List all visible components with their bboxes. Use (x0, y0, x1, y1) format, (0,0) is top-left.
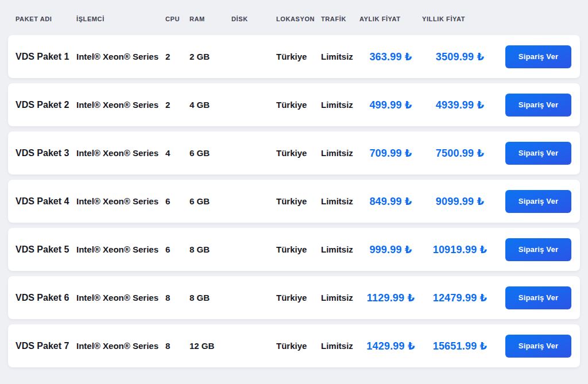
ram-size: 8 GB (189, 245, 231, 254)
package-row: VDS Paket 1 Intel® Xeon® Series 2 2 GB T… (8, 35, 580, 78)
location: Türkiye (276, 341, 321, 351)
ram-size: 2 GB (189, 52, 231, 61)
order-button-cell: Sipariş Ver (498, 142, 580, 165)
package-name: VDS Paket 2 (16, 100, 76, 110)
order-button[interactable]: Sipariş Ver (505, 94, 571, 117)
package-row: VDS Paket 7 Intel® Xeon® Series 8 12 GB … (8, 324, 580, 367)
column-header-trafik: TRAFİK (321, 15, 359, 22)
monthly-price: 1129.99 ₺ (359, 292, 422, 304)
column-header-lokasyon: LOKASYON (276, 15, 321, 22)
yearly-price: 10919.99 ₺ (422, 243, 498, 256)
order-button-cell: Sipariş Ver (498, 190, 580, 213)
order-button[interactable]: Sipariş Ver (505, 190, 571, 213)
column-header-ram: RAM (189, 15, 231, 22)
monthly-price: 499.99 ₺ (359, 99, 422, 111)
cpu-model: Intel® Xeon® Series (76, 196, 165, 206)
package-name: VDS Paket 6 (16, 293, 76, 303)
package-name: VDS Paket 5 (16, 245, 76, 255)
package-row: VDS Paket 4 Intel® Xeon® Series 6 6 GB T… (8, 180, 580, 223)
traffic: Limitsiz (321, 100, 359, 110)
location: Türkiye (276, 293, 321, 302)
order-button-cell: Sipariş Ver (498, 335, 580, 358)
cpu-count: 2 (165, 100, 189, 110)
cpu-model: Intel® Xeon® Series (76, 245, 165, 254)
location: Türkiye (276, 148, 321, 158)
location: Türkiye (276, 100, 321, 110)
package-row: VDS Paket 5 Intel® Xeon® Series 6 8 GB T… (8, 228, 580, 271)
vds-pricing-page: PAKET ADI İŞLEMCİ CPU RAM DİSK LOKASYON … (0, 0, 588, 384)
location: Türkiye (276, 196, 321, 206)
yearly-price: 9099.99 ₺ (422, 195, 498, 208)
column-header-cpu: CPU (165, 15, 189, 22)
traffic: Limitsiz (321, 341, 359, 351)
table-header: PAKET ADI İŞLEMCİ CPU RAM DİSK LOKASYON … (8, 14, 580, 24)
column-header-disk: DİSK (231, 15, 276, 22)
ram-size: 12 GB (189, 341, 231, 351)
cpu-model: Intel® Xeon® Series (76, 100, 165, 110)
order-button[interactable]: Sipariş Ver (505, 142, 571, 165)
cpu-count: 8 (165, 293, 189, 302)
column-header-islemci: İŞLEMCİ (76, 15, 165, 22)
monthly-price: 999.99 ₺ (359, 243, 422, 256)
ram-size: 8 GB (189, 293, 231, 302)
traffic: Limitsiz (321, 148, 359, 158)
cpu-model: Intel® Xeon® Series (76, 293, 165, 302)
order-button[interactable]: Sipariş Ver (505, 335, 571, 358)
traffic: Limitsiz (321, 245, 359, 254)
column-header-yillik-fiyat: YILLIK FİYAT (422, 15, 498, 22)
monthly-price: 709.99 ₺ (359, 147, 422, 160)
cpu-count: 6 (165, 245, 189, 254)
order-button-cell: Sipariş Ver (498, 45, 580, 68)
ram-size: 6 GB (189, 148, 231, 158)
monthly-price: 363.99 ₺ (359, 51, 422, 63)
monthly-price: 1429.99 ₺ (359, 340, 422, 352)
order-button[interactable]: Sipariş Ver (505, 286, 571, 309)
traffic: Limitsiz (321, 293, 359, 302)
cpu-model: Intel® Xeon® Series (76, 341, 165, 351)
cpu-count: 8 (165, 341, 189, 351)
column-header-paket-adi: PAKET ADI (16, 15, 76, 22)
package-name: VDS Paket 1 (16, 52, 76, 62)
yearly-price: 12479.99 ₺ (422, 292, 498, 304)
ram-size: 4 GB (189, 100, 231, 110)
package-row: VDS Paket 6 Intel® Xeon® Series 8 8 GB T… (8, 276, 580, 319)
package-row: VDS Paket 3 Intel® Xeon® Series 4 6 GB T… (8, 131, 580, 174)
order-button-cell: Sipariş Ver (498, 94, 580, 117)
order-button[interactable]: Sipariş Ver (505, 238, 571, 261)
cpu-model: Intel® Xeon® Series (76, 148, 165, 158)
location: Türkiye (276, 52, 321, 61)
cpu-count: 2 (165, 52, 189, 61)
cpu-count: 6 (165, 196, 189, 206)
location: Türkiye (276, 245, 321, 254)
package-row: VDS Paket 2 Intel® Xeon® Series 2 4 GB T… (8, 83, 580, 126)
package-name: VDS Paket 7 (16, 341, 76, 351)
package-name: VDS Paket 3 (16, 148, 76, 158)
column-header-aylik-fiyat: AYLIK FİYAT (359, 15, 422, 22)
order-button-cell: Sipariş Ver (498, 238, 580, 261)
order-button[interactable]: Sipariş Ver (505, 45, 571, 68)
package-name: VDS Paket 4 (16, 196, 76, 207)
traffic: Limitsiz (321, 52, 359, 61)
yearly-price: 4939.99 ₺ (422, 99, 498, 111)
cpu-count: 4 (165, 148, 189, 158)
cpu-model: Intel® Xeon® Series (76, 52, 165, 61)
yearly-price: 3509.99 ₺ (422, 51, 498, 63)
traffic: Limitsiz (321, 196, 359, 206)
monthly-price: 849.99 ₺ (359, 195, 422, 208)
yearly-price: 7500.99 ₺ (422, 147, 498, 160)
ram-size: 6 GB (189, 196, 231, 206)
package-list: VDS Paket 1 Intel® Xeon® Series 2 2 GB T… (8, 35, 580, 367)
order-button-cell: Sipariş Ver (498, 286, 580, 309)
yearly-price: 15651.99 ₺ (422, 340, 498, 352)
